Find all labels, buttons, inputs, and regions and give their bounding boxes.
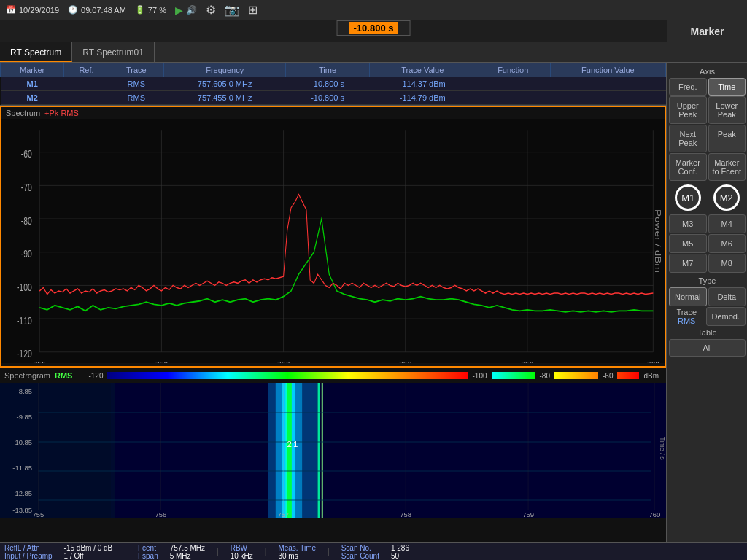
play-controls[interactable]: ▶ 🔊 (175, 4, 197, 16)
refl-attn-val2: 1 / Off (64, 552, 113, 560)
camera-icon[interactable]: 📷 (225, 3, 239, 17)
svg-text:757: 757 (277, 511, 289, 518)
m5-button[interactable]: M5 (669, 234, 707, 253)
refl-attn-display: ReflL / Attn Input / Preamp (4, 544, 53, 560)
m2-circle[interactable]: M2 (713, 184, 740, 211)
scale-bar-warm (554, 372, 598, 379)
svg-text:760: 760 (647, 359, 659, 363)
svg-text:-9.85: -9.85 (17, 413, 33, 421)
trace-demod-row: Trace RMS Demod. (669, 307, 746, 326)
table-row: M2 RMS 757.455 0 MHz -10.800 s -114.79 d… (1, 91, 666, 105)
m2-function (476, 91, 550, 105)
clock-icon-area: 🕐 09:07:48 AM (68, 5, 126, 15)
spectrogram-canvas[interactable]: -8.85 -9.85 -10.85 -11.85 -12.85 -13.85 … (0, 383, 666, 518)
right-panel: Axis Freq. Time UpperPeak LowerPeak Next… (667, 63, 747, 542)
grid-icon[interactable]: ⊞ (248, 3, 258, 17)
m2-time: -10.800 s (286, 91, 369, 105)
svg-rect-32 (0, 383, 115, 518)
tab-rt-spectrum[interactable]: RT Spectrum (0, 42, 72, 62)
spectrum-canvas[interactable]: -60 -70 -80 -90 -100 -110 -120 755 756 7… (1, 119, 665, 363)
status-bar: 📅 10/29/2019 🕐 09:07:48 AM 🔋 77 % ▶ 🔊 ⚙ … (0, 0, 747, 20)
m7-button[interactable]: M7 (669, 254, 707, 273)
calendar-icon: 📅 (6, 5, 16, 15)
upper-peak-button[interactable]: UpperPeak (669, 96, 707, 124)
refl-attn-val1: -15 dBm / 0 dB (64, 544, 113, 552)
input-preamp-label: Input / Preamp (4, 552, 53, 560)
m1-circle[interactable]: M1 (675, 184, 701, 211)
m5-m6-row: M5 M6 (669, 234, 746, 253)
m6-button[interactable]: M6 (708, 234, 746, 253)
battery-display: 🔋 77 % (135, 5, 166, 15)
m3-button[interactable]: M3 (669, 214, 707, 233)
svg-text:755: 755 (33, 511, 44, 518)
spectrogram-rms-label: RMS (55, 371, 72, 380)
m4-button[interactable]: M4 (708, 214, 746, 233)
col-trace: Trace (109, 63, 163, 77)
m2-ref (64, 91, 109, 105)
axis-title: Axis (669, 64, 746, 77)
marker-table: Marker Ref. Trace Frequency Time Trace V… (0, 63, 666, 106)
col-ref: Ref. (64, 63, 109, 77)
lower-peak-button[interactable]: LowerPeak (708, 96, 746, 124)
settings-icon[interactable]: ⚙ (206, 3, 216, 17)
marker-conf-button[interactable]: MarkerConf. (669, 153, 707, 181)
spectrogram-title: Spectrogram (4, 371, 50, 380)
scan-no-display: Scan No. Scan Count (341, 544, 379, 560)
fcent-display: Fcent Fspan (138, 544, 158, 560)
svg-text:758: 758 (400, 511, 411, 518)
svg-text:-13.85: -13.85 (12, 507, 32, 514)
normal-type-button[interactable]: Normal (669, 287, 707, 306)
spectrum-title: Spectrum (6, 109, 40, 117)
svg-text:-10.85: -10.85 (12, 439, 32, 446)
spectrum-title-bar: Spectrum +Pk RMS (1, 107, 665, 119)
time-axis-button[interactable]: Time (708, 78, 746, 96)
m7-m8-row: M7 M8 (669, 254, 746, 273)
m1-trace: RMS (109, 77, 163, 91)
svg-rect-44 (38, 441, 651, 443)
table-row: Table (669, 327, 746, 338)
scale-60-label: -60 (603, 372, 613, 380)
svg-rect-39 (295, 383, 302, 518)
spectrum-section: Spectrum +Pk RMS (0, 106, 666, 368)
m8-button[interactable]: M8 (708, 254, 746, 273)
scale-bar (107, 372, 468, 379)
svg-text:-8.85: -8.85 (17, 388, 33, 395)
demod-button[interactable]: Demod. (706, 307, 746, 326)
svg-text:760: 760 (649, 511, 660, 518)
m1-ref (64, 77, 109, 91)
freq-axis-button[interactable]: Freq. (669, 78, 707, 96)
m1-time: -10.800 s (286, 77, 369, 91)
col-frequency: Frequency (163, 63, 285, 77)
svg-text:Time / s: Time / s (659, 437, 666, 460)
svg-text:-90: -90 (21, 247, 32, 260)
delta-type-button[interactable]: Delta (708, 287, 746, 306)
svg-text:-80: -80 (21, 214, 32, 227)
svg-text:1: 1 (293, 440, 298, 448)
meas-time-display: Meas. Time 30 ms (278, 544, 316, 560)
meas-time-label: Meas. Time (278, 544, 316, 552)
tab-bar: RT Spectrum RT Spectrum01 (0, 42, 747, 63)
fspan-label: Fspan (138, 552, 158, 560)
meas-time-val: 30 ms (278, 552, 316, 560)
refl-attn-val: -15 dBm / 0 dB 1 / Off (64, 544, 113, 560)
svg-rect-0 (1, 119, 665, 363)
pk-rms-label: +Pk RMS (44, 109, 79, 117)
table-all-button[interactable]: All (669, 339, 746, 357)
scale-bar-mid (492, 372, 535, 379)
next-peak-button[interactable]: NextPeak (669, 125, 707, 152)
speaker-button[interactable]: 🔊 (186, 5, 197, 15)
m2-function-value (550, 91, 665, 105)
svg-text:759: 759 (522, 511, 534, 518)
play-button[interactable]: ▶ (175, 4, 183, 16)
fcent-val2: 5 MHz (170, 552, 205, 560)
peak-button[interactable]: Peak (708, 125, 746, 152)
svg-text:757: 757 (277, 359, 290, 363)
svg-text:-60: -60 (21, 147, 32, 160)
tab-rt-spectrum01[interactable]: RT Spectrum01 (72, 42, 155, 62)
battery-icon: 🔋 (135, 5, 145, 15)
svg-text:-100: -100 (17, 281, 32, 293)
marker-to-fcent-button[interactable]: Markerto Fcent (708, 153, 746, 181)
fcent-val1: 757.5 MHz (170, 544, 205, 552)
spectrum-svg: -60 -70 -80 -90 -100 -110 -120 755 756 7… (1, 119, 665, 363)
m2-frequency: 757.455 0 MHz (163, 91, 285, 105)
